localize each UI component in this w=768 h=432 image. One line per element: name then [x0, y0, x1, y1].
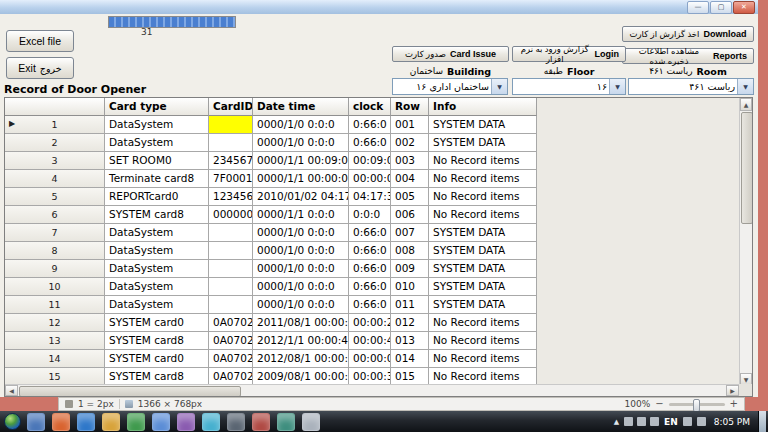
cell-date-time[interactable]: 0000/1/0 0:0:0 — [253, 116, 349, 134]
cell-card-id[interactable] — [209, 224, 253, 242]
tray-expand-icon[interactable]: ▲ — [614, 418, 619, 426]
cell-clock[interactable]: 04:17:34 — [349, 188, 391, 206]
cell-row[interactable]: 004 — [391, 170, 429, 188]
cell-card-id[interactable] — [209, 134, 253, 152]
cell-date-time[interactable]: 0000/1/0 0:0:0 — [253, 224, 349, 242]
vertical-scrollbar[interactable]: ▲ ▼ — [739, 98, 752, 386]
cell-info[interactable]: SYSTEM DATA — [429, 242, 537, 260]
vertical-scroll-thumb[interactable] — [741, 112, 753, 224]
row-header[interactable]: 6 — [5, 206, 105, 224]
cell-card-type[interactable]: DataSystem — [105, 278, 209, 296]
table-row[interactable]: 5REPORTcard0123456782010/01/02 04:17:340… — [5, 188, 537, 206]
reports-button[interactable]: مشاهده اطلاعات ذخیره شده Reports — [622, 48, 754, 64]
window-titlebar[interactable]: — ▢ ✕ — [0, 0, 758, 15]
cell-card-type[interactable]: DataSystem — [105, 260, 209, 278]
row-header[interactable]: 8 — [5, 242, 105, 260]
cell-card-type[interactable]: REPORTcard0 — [105, 188, 209, 206]
tray-status-icon-1[interactable] — [624, 417, 633, 426]
cell-date-time[interactable]: 0000/1/0 0:0:0 — [253, 242, 349, 260]
row-header[interactable]: 7 — [5, 224, 105, 242]
cell-clock[interactable]: 0:66:0 — [349, 278, 391, 296]
zoom-in-button[interactable]: + — [730, 399, 738, 409]
cell-row[interactable]: 013 — [391, 332, 429, 350]
cell-card-id[interactable] — [209, 242, 253, 260]
cell-card-type[interactable]: SYSTEM card0 — [105, 314, 209, 332]
taskbar-app-icon-8[interactable] — [202, 413, 220, 431]
cell-card-id[interactable] — [209, 296, 253, 314]
room-select[interactable]: ریاست ۴۶۱ ▼ — [628, 78, 754, 95]
grid-corner-cell[interactable] — [5, 98, 105, 116]
zoom-slider-thumb[interactable] — [693, 399, 700, 412]
row-header[interactable]: 4 — [5, 170, 105, 188]
table-row[interactable]: 13SYSTEM card80A0702132012/1/1 00:00:440… — [5, 332, 537, 350]
cell-card-id[interactable] — [209, 116, 253, 134]
row-header[interactable]: 3 — [5, 152, 105, 170]
tray-network-icon[interactable] — [683, 417, 692, 426]
cell-row[interactable]: 011 — [391, 296, 429, 314]
taskbar-app-icon-9[interactable] — [227, 413, 245, 431]
taskbar-app-icon-7[interactable] — [177, 413, 195, 431]
cell-info[interactable]: No Record items — [429, 188, 537, 206]
cell-date-time[interactable]: 2011/08/1 00:00:28 — [253, 314, 349, 332]
building-select[interactable]: ساختمان اداری ۱۶ ▼ — [392, 78, 508, 95]
row-header[interactable]: 12 — [5, 314, 105, 332]
excel-file-button[interactable]: Excel file — [6, 30, 74, 52]
cell-row[interactable]: 003 — [391, 152, 429, 170]
cell-row[interactable]: 005 — [391, 188, 429, 206]
cell-card-type[interactable]: SYSTEM card8 — [105, 332, 209, 350]
cell-date-time[interactable]: 2010/01/02 04:17:34 — [253, 188, 349, 206]
cell-info[interactable]: SYSTEM DATA — [429, 296, 537, 314]
table-row[interactable]: 8DataSystem0000/1/0 0:0:00:66:0008SYSTEM… — [5, 242, 537, 260]
horizontal-scroll-thumb[interactable] — [19, 386, 241, 397]
table-row[interactable]: 3SET ROOM0234567890000/1/1 00:09:0800:09… — [5, 152, 537, 170]
cell-info[interactable]: SYSTEM DATA — [429, 278, 537, 296]
table-row[interactable]: 6SYSTEM card8000000000000/1/1 0:0:00:0:0… — [5, 206, 537, 224]
taskbar-app-icon-11[interactable] — [277, 413, 295, 431]
tray-volume-icon[interactable] — [697, 417, 706, 426]
zoom-slider[interactable] — [669, 403, 725, 406]
column-header-card-id[interactable]: CardID — [209, 98, 253, 116]
column-header-date-time[interactable]: Date time — [253, 98, 349, 116]
table-row[interactable]: ▶1DataSystem0000/1/0 0:0:00:66:0001SYSTE… — [5, 116, 537, 134]
taskbar-app-icon-3[interactable] — [77, 413, 95, 431]
cell-card-type[interactable]: DataSystem — [105, 242, 209, 260]
cell-clock[interactable]: 0:66:0 — [349, 224, 391, 242]
row-header[interactable]: 14 — [5, 350, 105, 368]
cell-card-id[interactable]: 7F000101 — [209, 170, 253, 188]
cell-card-type[interactable]: DataSystem — [105, 116, 209, 134]
table-row[interactable]: 2DataSystem0000/1/0 0:0:00:66:0002SYSTEM… — [5, 134, 537, 152]
cell-date-time[interactable]: 0000/1/0 0:0:0 — [253, 296, 349, 314]
cell-card-id[interactable] — [209, 260, 253, 278]
row-header[interactable]: ▶1 — [5, 116, 105, 134]
table-row[interactable]: 7DataSystem0000/1/0 0:0:00:66:0007SYSTEM… — [5, 224, 537, 242]
start-button[interactable] — [4, 413, 21, 430]
cell-info[interactable]: No Record items — [429, 206, 537, 224]
cell-row[interactable]: 009 — [391, 260, 429, 278]
taskbar-app-icon-5[interactable] — [127, 413, 145, 431]
taskbar-app-icon-12[interactable] — [302, 413, 320, 431]
scroll-left-icon[interactable]: ◀ — [5, 385, 18, 396]
column-header-clock[interactable]: clock — [349, 98, 391, 116]
cell-clock[interactable]: 0:66:0 — [349, 116, 391, 134]
scroll-up-icon[interactable]: ▲ — [740, 98, 752, 111]
cell-date-time[interactable]: 0000/1/0 0:0:0 — [253, 278, 349, 296]
cell-row[interactable]: 010 — [391, 278, 429, 296]
maximize-button[interactable]: ▢ — [710, 1, 732, 14]
cell-card-type[interactable]: DataSystem — [105, 296, 209, 314]
cell-clock[interactable]: 0:66:0 — [349, 296, 391, 314]
cell-card-type[interactable]: DataSystem — [105, 134, 209, 152]
cell-info[interactable]: SYSTEM DATA — [429, 116, 537, 134]
row-header[interactable]: 11 — [5, 296, 105, 314]
cell-clock[interactable]: 0:66:0 — [349, 242, 391, 260]
download-button[interactable]: اخذ گزارش از کارت Download — [622, 26, 754, 42]
cell-clock[interactable]: 00:09:08 — [349, 152, 391, 170]
table-row[interactable]: 10DataSystem0000/1/0 0:0:00:66:0010SYSTE… — [5, 278, 537, 296]
cell-row[interactable]: 006 — [391, 206, 429, 224]
cell-row[interactable]: 012 — [391, 314, 429, 332]
chevron-down-icon[interactable]: ▼ — [737, 79, 753, 94]
column-header-row[interactable]: Row — [391, 98, 429, 116]
cell-card-id[interactable]: 12345678 — [209, 188, 253, 206]
cell-row[interactable]: 002 — [391, 134, 429, 152]
table-row[interactable]: 9DataSystem0000/1/0 0:0:00:66:0009SYSTEM… — [5, 260, 537, 278]
cell-date-time[interactable]: 2012/1/1 00:00:44 — [253, 332, 349, 350]
